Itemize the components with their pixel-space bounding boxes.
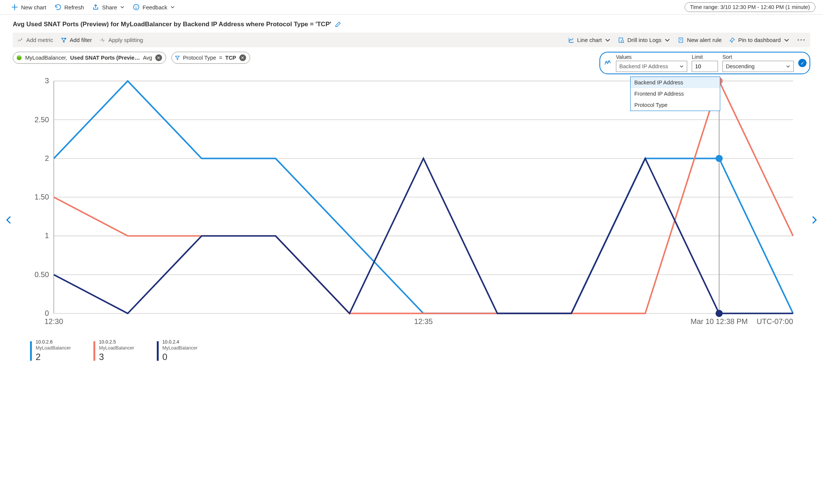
svg-point-0 — [134, 4, 139, 10]
line-chart[interactable]: 00.5011.5022.50312:3012:35Mar 10 12:38 P… — [18, 75, 805, 337]
line-chart-icon — [568, 37, 574, 43]
legend-entry[interactable]: 10.0.2.4 MyLoadBalancer 0 — [157, 339, 198, 362]
svg-text:0: 0 — [45, 309, 49, 317]
svg-text:3: 3 — [45, 76, 49, 85]
edit-icon[interactable] — [335, 21, 341, 27]
add-filter-button[interactable]: Add filter — [61, 37, 92, 43]
pin-to-dashboard-button[interactable]: Pin to dashboard — [729, 37, 790, 43]
chart-title: Avg Used SNAT Ports (Preview) for MyLoad… — [0, 15, 823, 30]
share-icon — [92, 4, 99, 10]
remove-filter-button[interactable]: ✕ — [239, 54, 246, 61]
legend-resource: MyLoadBalancer — [99, 345, 134, 351]
svg-text:1: 1 — [45, 231, 49, 240]
svg-text:2: 2 — [45, 154, 49, 162]
legend-resource: MyLoadBalancer — [36, 345, 71, 351]
filter-dimension-text: Protocol Type — [183, 55, 216, 61]
more-button[interactable]: ··· — [797, 36, 806, 44]
chevron-down-icon — [679, 64, 684, 69]
chevron-down-icon — [784, 37, 790, 43]
filter-chip[interactable]: Protocol Type = TCP ✕ — [171, 52, 250, 64]
dropdown-option[interactable]: Protocol Type — [631, 99, 720, 111]
legend-resource: MyLoadBalancer — [162, 345, 198, 351]
add-metric-button[interactable]: Add metric — [17, 37, 53, 43]
splitting-icon — [604, 59, 611, 68]
plus-icon — [11, 4, 18, 10]
legend-current-value: 2 — [36, 351, 71, 363]
legend-entry[interactable]: 10.0.2.6 MyLoadBalancer 2 — [30, 339, 71, 362]
sort-label: Sort — [722, 54, 794, 60]
dropdown-option[interactable]: Backend IP Address — [631, 77, 720, 88]
feedback-icon — [133, 4, 140, 10]
svg-text:12:35: 12:35 — [414, 317, 433, 326]
time-range-pill[interactable]: Time range: 3/10 12:30 PM - 12:40 PM (1 … — [685, 2, 815, 12]
svg-point-1 — [135, 6, 136, 7]
logs-icon — [618, 37, 624, 43]
chevron-down-icon — [605, 37, 611, 43]
chart-type-button[interactable]: Line chart — [568, 37, 611, 43]
svg-point-2 — [137, 6, 137, 7]
filter-value-text: TCP — [225, 55, 236, 61]
values-dropdown-list: Backend IP Address Frontend IP Address P… — [630, 76, 720, 111]
svg-text:UTC-07:00: UTC-07:00 — [757, 317, 793, 326]
svg-text:0.50: 0.50 — [35, 270, 49, 279]
legend-series-name: 10.0.2.6 — [36, 339, 71, 345]
refresh-icon — [55, 4, 62, 10]
chart-zone: 00.5011.5022.50312:3012:35Mar 10 12:38 P… — [7, 75, 816, 366]
chevron-down-icon — [786, 64, 790, 69]
chevron-down-icon — [120, 5, 125, 9]
limit-input[interactable] — [692, 61, 718, 72]
svg-point-24 — [716, 155, 723, 162]
new-chart-button[interactable]: New chart — [11, 4, 47, 10]
filter-icon — [175, 55, 180, 60]
alert-icon — [678, 37, 684, 43]
dropdown-option[interactable]: Frontend IP Address — [631, 88, 720, 99]
pin-icon — [729, 37, 735, 43]
drill-into-logs-button[interactable]: Drill into Logs — [618, 37, 670, 43]
legend-entry[interactable]: 10.0.2.5 MyLoadBalancer 3 — [93, 339, 134, 362]
chevron-down-icon — [170, 5, 175, 9]
prev-timerange-button[interactable] — [5, 216, 12, 226]
metric-resource-text: MyLoadBalancer, — [25, 55, 67, 61]
legend-series-name: 10.0.2.4 — [162, 339, 198, 345]
legend-current-value: 0 — [162, 351, 198, 363]
command-bar: New chart Refresh Share Feedback Time ra… — [0, 0, 823, 15]
svg-text:2.50: 2.50 — [35, 116, 49, 124]
legend-series-name: 10.0.2.5 — [99, 339, 134, 345]
confirm-split-button[interactable]: ✓ — [798, 59, 806, 67]
chart-toolbar: Add metric Add filter Apply splitting Li… — [13, 33, 810, 47]
limit-label: Limit — [692, 54, 718, 60]
filter-icon — [61, 37, 67, 43]
metric-name-text: Used SNAT Ports (Previe… — [70, 55, 140, 61]
share-button[interactable]: Share — [92, 4, 125, 10]
chevron-down-icon — [664, 37, 670, 43]
add-metric-icon — [17, 37, 23, 43]
apply-splitting-button[interactable]: Apply splitting — [99, 37, 143, 43]
next-timerange-button[interactable] — [811, 216, 818, 226]
splitting-config-pill: Values Backend IP Address Backend IP Add… — [599, 52, 810, 74]
svg-text:1.50: 1.50 — [35, 193, 49, 201]
svg-point-26 — [716, 310, 723, 317]
split-icon — [99, 37, 105, 43]
values-label: Values — [616, 54, 687, 60]
svg-text:12:30: 12:30 — [45, 317, 63, 326]
refresh-button[interactable]: Refresh — [55, 4, 84, 10]
chart-legend: 10.0.2.6 MyLoadBalancer 2 10.0.2.5 MyLoa… — [7, 337, 816, 366]
svg-text:Mar 10 12:38 PM: Mar 10 12:38 PM — [691, 317, 748, 326]
values-dropdown[interactable]: Backend IP Address — [616, 61, 687, 72]
feedback-button[interactable]: Feedback — [133, 4, 175, 10]
resource-icon — [16, 55, 22, 61]
metric-agg-text: Avg — [143, 55, 152, 61]
new-alert-rule-button[interactable]: New alert rule — [678, 37, 722, 43]
remove-metric-button[interactable]: ✕ — [155, 54, 162, 61]
legend-current-value: 3 — [99, 351, 134, 363]
sort-dropdown[interactable]: Descending — [722, 61, 794, 72]
metric-chips-row: MyLoadBalancer, Used SNAT Ports (Previe…… — [0, 52, 823, 75]
metric-chip[interactable]: MyLoadBalancer, Used SNAT Ports (Previe…… — [13, 52, 166, 64]
